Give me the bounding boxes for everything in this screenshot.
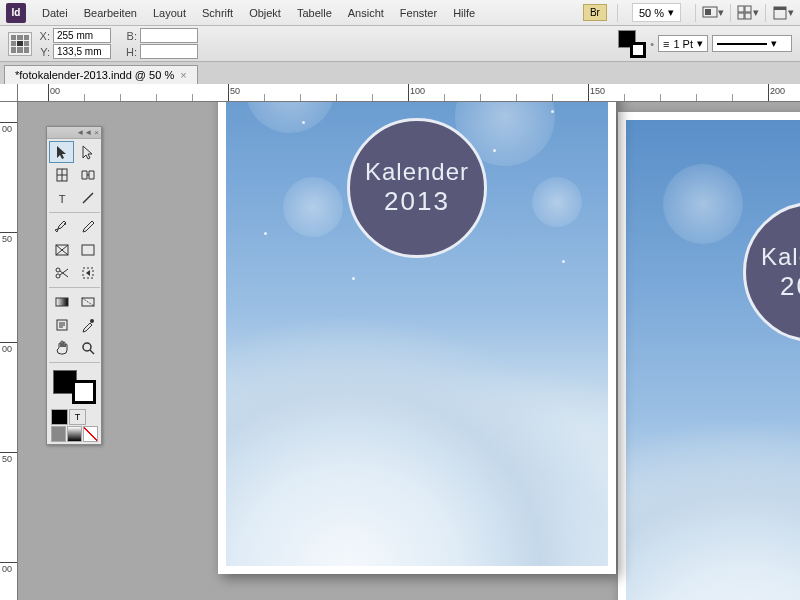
close-icon[interactable]: × [180,69,186,81]
chevron-down-icon: ▾ [771,37,777,50]
eyedropper-tool[interactable] [75,314,100,336]
page-tool[interactable] [49,164,74,186]
menu-objekt[interactable]: Objekt [241,3,289,23]
ruler-tick-label: 00 [2,564,12,574]
scissors-tool[interactable] [49,262,74,284]
bridge-badge[interactable]: Br [583,4,607,21]
toolbox: ◄◄ × TT [46,126,102,445]
pencil-tool[interactable] [75,216,100,238]
pen-tool[interactable] [49,216,74,238]
rect-tool[interactable] [75,239,100,261]
svg-text:T: T [58,193,65,205]
h-label: H: [123,46,137,58]
y-label: Y: [36,46,50,58]
zoom-select[interactable]: 50 %▾ [632,3,681,22]
svg-point-16 [56,268,60,272]
none-icon[interactable] [83,426,98,442]
w-input[interactable] [140,28,198,43]
svg-rect-4 [738,13,744,19]
svg-line-10 [83,193,93,203]
type-tool[interactable]: T [49,187,74,209]
ruler-tick-label: 00 [2,124,12,134]
w-label: B: [123,30,137,42]
ruler-horizontal[interactable]: 0050100150200 [18,84,800,102]
ref-point-icon[interactable] [8,32,32,56]
menu-bearbeiten[interactable]: Bearbeiten [76,3,145,23]
line-tool[interactable] [75,187,100,209]
screen-mode-icon[interactable]: ▾ [702,2,724,24]
ruler-tick-label: 200 [770,86,785,96]
x-input[interactable] [53,28,111,43]
canvas[interactable]: ◄◄ × TT Kalender 2013 Kal [18,102,800,600]
y-input[interactable] [53,44,111,59]
ruler-tick-label: 100 [410,86,425,96]
ruler-tick-label: 50 [2,234,12,244]
svg-rect-15 [82,245,94,255]
menu-fenster[interactable]: Fenster [392,3,445,23]
normal-view-icon[interactable] [51,426,66,442]
menu-hilfe[interactable]: Hilfe [445,3,483,23]
toolbox-header[interactable]: ◄◄ × [47,127,101,139]
app-logo: Id [6,3,26,23]
gradient-feather-tool[interactable] [75,291,100,313]
arrange-icon[interactable]: ▾ [737,2,759,24]
rect-frame-tool[interactable] [49,239,74,261]
ruler-origin[interactable] [0,84,18,102]
free-transform-tool[interactable] [75,262,100,284]
gap-tool[interactable] [75,164,100,186]
menu-tabelle[interactable]: Tabelle [289,3,340,23]
format-text-icon[interactable]: T [69,409,86,425]
calendar-badge: Kalender 2013 [743,202,800,342]
stroke-style-select[interactable]: ▾ [712,35,792,52]
stroke-swatch[interactable] [630,42,646,58]
ruler-tick-label: 50 [2,454,12,464]
menu-bar: Id DateiBearbeitenLayoutSchriftObjektTab… [0,0,800,26]
calendar-badge: Kalender 2013 [347,118,487,258]
note-tool[interactable] [49,314,74,336]
ruler-tick-label: 00 [50,86,60,96]
selection-tool[interactable] [49,141,74,163]
document-tab-title: *fotokalender-2013.indd @ 50 % [15,69,174,81]
document-tab-bar: *fotokalender-2013.indd @ 50 % × [0,62,800,84]
svg-rect-3 [745,6,751,12]
gradient-swatch-tool[interactable] [49,291,74,313]
menu-layout[interactable]: Layout [145,3,194,23]
ruler-vertical[interactable]: 0050005000 [0,102,18,600]
menu-datei[interactable]: Datei [34,3,76,23]
calendar-title: Kalender [365,158,469,186]
svg-rect-1 [705,9,711,15]
ruler-tick-label: 00 [2,344,12,354]
chevron-down-icon: ▾ [668,6,674,19]
svg-rect-7 [774,7,786,10]
apply-color-icon[interactable] [51,409,68,425]
svg-point-17 [56,274,60,278]
svg-rect-5 [745,13,751,19]
ruler-tick-label: 50 [230,86,240,96]
stroke-weight-select[interactable]: ≡1 Pt▾ [658,35,708,52]
h-input[interactable] [140,44,198,59]
stroke-color[interactable] [72,380,96,404]
document-tab[interactable]: *fotokalender-2013.indd @ 50 % × [4,65,198,84]
svg-point-11 [64,223,66,225]
menu-ansicht[interactable]: Ansicht [340,3,392,23]
hand-tool[interactable] [49,337,74,359]
svg-rect-19 [56,298,68,306]
gradient-icon[interactable] [67,426,82,442]
document-page-bg[interactable]: Kalender 2013 [618,112,800,600]
x-label: X: [36,30,50,42]
chevron-down-icon: ▾ [697,37,703,50]
svg-point-23 [83,343,91,351]
workspace-icon[interactable]: ▾ [772,2,794,24]
svg-rect-2 [738,6,744,12]
svg-line-24 [90,350,94,354]
calendar-year: 2013 [384,186,450,217]
zoom-tool[interactable] [75,337,100,359]
color-swatches[interactable] [51,368,98,406]
svg-point-22 [90,319,94,323]
ruler-tick-label: 150 [590,86,605,96]
menu-schrift[interactable]: Schrift [194,3,241,23]
document-page[interactable]: Kalender 2013 [218,102,616,574]
control-bar: X: Y: B: H: • ≡1 Pt▾ ▾ [0,26,800,62]
direct-select-tool[interactable] [75,141,100,163]
